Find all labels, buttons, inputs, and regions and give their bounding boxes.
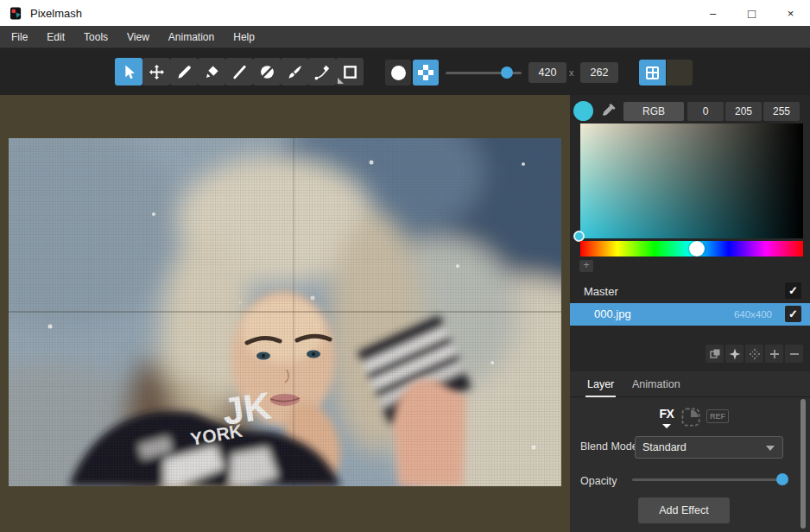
current-color-swatch[interactable] bbox=[573, 101, 593, 121]
brush-shape-button[interactable] bbox=[385, 60, 411, 86]
fx-button[interactable]: FX bbox=[655, 406, 679, 428]
eraser-icon bbox=[204, 64, 220, 80]
move-icon bbox=[149, 64, 165, 80]
pixel-size-slider[interactable] bbox=[446, 72, 522, 74]
menu-animation[interactable]: Animation bbox=[159, 26, 224, 48]
resolution-height-input[interactable] bbox=[580, 62, 618, 83]
grid-secondary-toggle-button[interactable] bbox=[667, 60, 693, 86]
fill-icon bbox=[259, 64, 275, 80]
brush-tool-button[interactable] bbox=[281, 58, 308, 86]
canvas-image[interactable]: JK YORK bbox=[9, 138, 561, 486]
opacity-row: Opacity bbox=[570, 470, 810, 491]
pen-icon bbox=[314, 64, 331, 80]
select-tool-button[interactable] bbox=[115, 58, 142, 86]
plus-icon bbox=[769, 348, 781, 360]
ref-button[interactable]: REF bbox=[706, 409, 729, 423]
eyedropper-icon[interactable] bbox=[601, 103, 617, 118]
hue-slider-handle[interactable] bbox=[689, 241, 705, 256]
blue-value-field[interactable] bbox=[763, 102, 800, 121]
blend-mode-label: Blend Mode bbox=[580, 440, 638, 453]
master-visibility-checkbox[interactable]: ✓ bbox=[785, 282, 801, 299]
toolbar: x bbox=[0, 48, 810, 95]
color-mode-button[interactable]: RGB bbox=[623, 102, 684, 121]
fill-tool-button[interactable] bbox=[253, 58, 281, 86]
opacity-slider-handle[interactable] bbox=[776, 473, 788, 485]
grid-icon bbox=[646, 66, 659, 79]
minimize-button[interactable]: – bbox=[693, 0, 732, 26]
add-swatch-button[interactable]: + bbox=[579, 260, 593, 272]
pen-tool-button[interactable] bbox=[308, 58, 336, 86]
cursor-icon bbox=[121, 64, 137, 80]
blend-mode-row: Blend Mode Standard bbox=[570, 435, 810, 459]
layer-toolbar bbox=[704, 345, 803, 363]
layer-name: 000.jpg bbox=[594, 307, 631, 320]
right-panel: RGB + Master ✓ 000.jpg 640x400 ✓ bbox=[570, 95, 810, 532]
opacity-label: Opacity bbox=[580, 475, 617, 487]
color-row: RGB bbox=[570, 101, 810, 122]
close-button[interactable]: × bbox=[771, 0, 810, 26]
duplicate-icon bbox=[709, 348, 721, 360]
blend-mode-value: Standard bbox=[642, 441, 687, 453]
line-tool-button[interactable] bbox=[225, 58, 253, 86]
star-layer-button[interactable] bbox=[725, 345, 744, 363]
title-bar: Pixelmash – □ × bbox=[0, 0, 810, 26]
app-window: Pixelmash – □ × File Edit Tools View Ani… bbox=[0, 0, 810, 532]
grid-toggle-button[interactable] bbox=[639, 60, 666, 86]
chevron-down-icon bbox=[766, 446, 775, 451]
mask-button[interactable] bbox=[680, 407, 701, 428]
layer-row-000jpg[interactable]: 000.jpg 640x400 ✓ bbox=[570, 303, 810, 326]
menu-edit[interactable]: Edit bbox=[37, 26, 74, 48]
checkerboard-icon bbox=[418, 65, 433, 80]
hue-slider[interactable] bbox=[580, 241, 803, 256]
menu-help[interactable]: Help bbox=[224, 26, 264, 48]
fx-row: FX REF bbox=[570, 406, 810, 432]
pixelate-toggle-button[interactable] bbox=[413, 60, 439, 86]
master-layer-row[interactable]: Master ✓ bbox=[570, 282, 810, 302]
window-title: Pixelmash bbox=[30, 7, 82, 20]
green-value-field[interactable] bbox=[725, 102, 762, 121]
layer-visibility-checkbox[interactable]: ✓ bbox=[785, 306, 801, 322]
pencil-icon bbox=[176, 64, 193, 80]
minus-icon bbox=[788, 348, 801, 360]
master-label: Master bbox=[584, 285, 618, 298]
tab-animation[interactable]: Animation bbox=[630, 373, 682, 397]
circle-shape-icon bbox=[391, 66, 406, 80]
tab-layer[interactable]: Layer bbox=[585, 373, 616, 397]
opacity-slider[interactable] bbox=[632, 478, 786, 481]
resolution-width-input[interactable] bbox=[528, 62, 566, 83]
duplicate-layer-button[interactable] bbox=[706, 345, 724, 363]
saturation-value-picker[interactable] bbox=[580, 124, 803, 238]
pixel-size-slider-handle[interactable] bbox=[501, 66, 513, 79]
eraser-tool-button[interactable] bbox=[198, 58, 225, 86]
layer-size: 640x400 bbox=[734, 309, 772, 320]
menu-file[interactable]: File bbox=[2, 26, 37, 48]
app-logo-icon bbox=[9, 7, 22, 20]
panel-scrollbar[interactable] bbox=[801, 399, 806, 529]
rect-select-tool-button[interactable] bbox=[336, 58, 364, 86]
resolution-separator: x bbox=[569, 67, 574, 78]
line-icon bbox=[231, 64, 248, 80]
add-layer-button[interactable] bbox=[765, 345, 783, 363]
remove-layer-button[interactable] bbox=[785, 345, 803, 363]
brush-icon bbox=[287, 64, 303, 80]
menu-view[interactable]: View bbox=[117, 26, 159, 48]
canvas-area[interactable]: JK YORK bbox=[0, 95, 570, 532]
move-tool-button[interactable] bbox=[142, 58, 170, 86]
add-effect-button[interactable]: Add Effect bbox=[638, 497, 730, 523]
menu-bar: File Edit Tools View Animation Help bbox=[0, 26, 810, 48]
dotted-cross-icon bbox=[749, 348, 761, 360]
star-icon bbox=[729, 348, 741, 360]
rect-select-icon bbox=[342, 64, 358, 80]
panel-tabs: Layer Animation bbox=[570, 373, 810, 397]
red-value-field[interactable] bbox=[687, 102, 724, 121]
blend-mode-select[interactable]: Standard bbox=[635, 436, 783, 459]
maximize-button[interactable]: □ bbox=[732, 0, 771, 26]
menu-tools[interactable]: Tools bbox=[74, 26, 117, 48]
pencil-tool-button[interactable] bbox=[170, 58, 198, 86]
snap-layer-button[interactable] bbox=[745, 345, 763, 363]
